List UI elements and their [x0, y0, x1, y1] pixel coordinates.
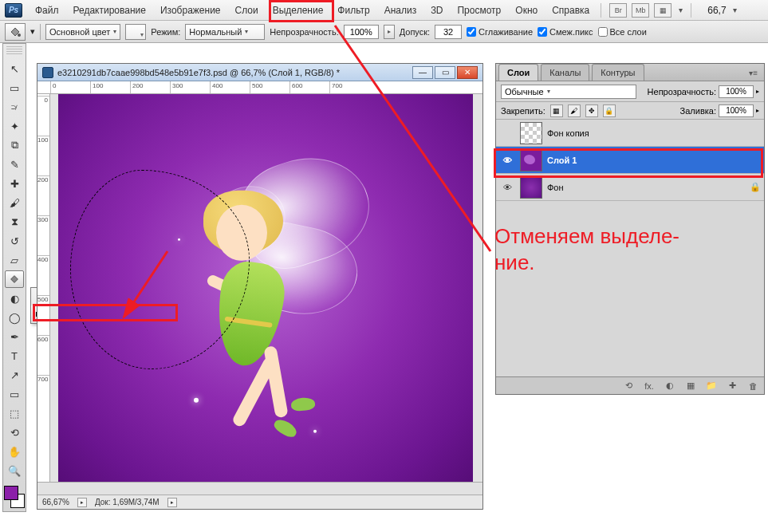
close-button[interactable]: ✕ — [457, 66, 478, 79]
status-flyout-icon[interactable]: ▸ — [77, 498, 87, 507]
canvas-area[interactable] — [50, 94, 482, 482]
zoom-level[interactable]: 66,7 — [707, 5, 726, 16]
opacity-flyout-icon[interactable]: ▸ — [384, 25, 395, 39]
move-tool-icon[interactable]: ↖ — [5, 60, 24, 77]
bucket-tool-icon[interactable] — [5, 270, 24, 288]
bridge-icon[interactable]: Br — [609, 3, 627, 18]
status-docsize[interactable]: Док: 1,69M/3,74M — [95, 498, 160, 506]
chevron-right-icon[interactable]: ▸ — [756, 88, 759, 95]
menu-file[interactable]: Файл — [29, 2, 65, 19]
brush-tool-icon[interactable]: 🖌 — [5, 194, 24, 211]
lasso-tool-icon[interactable]: ⟉ — [5, 98, 24, 116]
ruler-horizontal[interactable]: 0 100 200 300 400 500 600 700 — [37, 81, 482, 94]
wand-tool-icon[interactable]: ✦ — [5, 117, 24, 135]
menu-image[interactable]: Изображение — [154, 2, 227, 19]
lock-trans-icon[interactable]: ▦ — [550, 104, 563, 117]
menu-3d[interactable]: 3D — [424, 2, 449, 19]
new-layer-icon[interactable]: ✚ — [726, 380, 738, 392]
3d-camera-tool-icon[interactable]: ⟲ — [5, 424, 24, 441]
titlebar[interactable]: e3210291db7caae998bd548e5b91e7f3.psd @ 6… — [37, 64, 482, 81]
zoom-tool-icon[interactable]: 🔍 — [5, 462, 24, 479]
ruler-vertical[interactable]: 0 100 200 300 400 500 600 700 — [37, 94, 50, 482]
crop-tool-icon[interactable]: ⧉ — [5, 136, 24, 154]
status-flyout-icon[interactable]: ▸ — [167, 498, 177, 507]
menu-view[interactable]: Просмотр — [451, 2, 507, 19]
marquee-tool-icon[interactable]: ▭ — [5, 79, 24, 97]
layer-name[interactable]: Слой 1 — [547, 156, 577, 165]
lock-paint-icon[interactable]: 🖌 — [568, 104, 581, 117]
grip-icon[interactable] — [6, 46, 22, 54]
menu-filter[interactable]: Фильтр — [331, 2, 376, 19]
path-tool-icon[interactable]: ↗ — [5, 366, 24, 384]
fx-icon[interactable]: fx. — [643, 380, 656, 392]
canvas[interactable] — [58, 94, 473, 482]
menu-help[interactable]: Справка — [545, 2, 596, 19]
pattern-swatch[interactable]: ▾ — [125, 24, 146, 40]
hand-tool-icon[interactable]: ✋ — [5, 443, 24, 460]
contiguous-checkbox[interactable]: Смеж.пикс — [538, 27, 593, 37]
stamp-tool-icon[interactable]: ⧗ — [5, 213, 24, 231]
tab-channels[interactable]: Каналы — [541, 64, 589, 81]
layer-row[interactable]: Фон копия — [496, 120, 764, 147]
minimize-button[interactable]: — — [412, 66, 433, 79]
status-zoom[interactable]: 66,67% — [42, 498, 69, 506]
shape-tool-icon[interactable]: ▭ — [5, 385, 24, 403]
menu-layer[interactable]: Слои — [229, 2, 265, 19]
adjust-icon[interactable]: ▦ — [684, 380, 697, 392]
minibridge-icon[interactable]: Mb — [632, 3, 649, 18]
visibility-toggle-icon[interactable] — [499, 125, 515, 141]
fill-input[interactable] — [719, 104, 754, 117]
menu-edit[interactable]: Редактирование — [67, 2, 152, 19]
layer-name[interactable]: Фон — [547, 183, 564, 192]
eyedropper-tool-icon[interactable]: ✎ — [5, 156, 24, 173]
layer-thumbnail[interactable] — [520, 176, 542, 199]
menu-window[interactable]: Окно — [509, 2, 544, 19]
chevron-down-icon[interactable]: ▾ — [675, 5, 686, 16]
fg-color-swatch[interactable] — [4, 486, 18, 500]
layer-name[interactable]: Фон копия — [547, 128, 589, 138]
tab-layers[interactable]: Слои — [498, 64, 538, 81]
visibility-toggle-icon[interactable]: 👁 — [499, 179, 515, 195]
screen-mode-icon[interactable]: ▦ — [654, 3, 672, 18]
visibility-toggle-icon[interactable]: 👁 — [499, 152, 515, 168]
mask-icon[interactable]: ◐ — [664, 380, 676, 392]
color-swatches[interactable] — [4, 486, 25, 508]
chevron-down-icon[interactable]: ▾ — [730, 5, 741, 16]
contiguous-input[interactable] — [538, 27, 547, 37]
3d-tool-icon[interactable]: ⬚ — [5, 404, 24, 422]
antialias-checkbox[interactable]: Сглаживание — [467, 27, 533, 37]
layer-thumbnail[interactable] — [520, 122, 542, 144]
blend-mode-combo[interactable]: Нормальный ▾ — [185, 24, 265, 40]
opacity-input[interactable] — [344, 25, 379, 39]
dodge-tool-icon[interactable]: ◯ — [5, 309, 24, 326]
trash-icon[interactable]: 🗑 — [746, 380, 759, 392]
menu-select[interactable]: Выделение — [266, 2, 330, 19]
bucket-tool-icon[interactable] — [5, 23, 26, 41]
panel-menu-icon[interactable]: ▾≡ — [742, 65, 764, 81]
chevron-right-icon[interactable]: ▸ — [756, 107, 759, 114]
blend-mode-combo[interactable]: Обычные ▾ — [501, 85, 636, 99]
antialias-input[interactable] — [467, 27, 476, 37]
scrollbar-horizontal[interactable] — [37, 482, 482, 495]
all-layers-checkbox[interactable]: Все слои — [598, 27, 647, 37]
layer-row[interactable]: 👁 Слой 1 — [496, 147, 764, 174]
layer-row[interactable]: 👁 Фон 🔒 — [496, 174, 764, 201]
all-layers-input[interactable] — [598, 27, 608, 37]
opacity-input[interactable] — [719, 85, 754, 98]
pen-tool-icon[interactable]: ✒ — [5, 328, 24, 345]
maximize-button[interactable]: ▭ — [435, 66, 455, 79]
type-tool-icon[interactable]: T — [5, 347, 24, 365]
blur-tool-icon[interactable]: ◐ — [5, 290, 24, 307]
heal-tool-icon[interactable]: ✚ — [5, 175, 24, 192]
history-brush-tool-icon[interactable]: ↺ — [5, 232, 24, 250]
fill-source-combo[interactable]: Основной цвет ▾ — [45, 24, 120, 40]
tolerance-input[interactable] — [435, 25, 462, 39]
link-icon[interactable]: ⟲ — [622, 380, 635, 392]
lock-move-icon[interactable]: ✥ — [585, 104, 598, 117]
layer-thumbnail[interactable] — [520, 149, 542, 171]
eraser-tool-icon[interactable]: ▱ — [5, 251, 24, 269]
menu-analysis[interactable]: Анализ — [378, 2, 423, 19]
group-icon[interactable]: 📁 — [705, 380, 718, 392]
lock-all-icon[interactable]: 🔒 — [603, 104, 616, 117]
tab-paths[interactable]: Контуры — [592, 64, 644, 81]
